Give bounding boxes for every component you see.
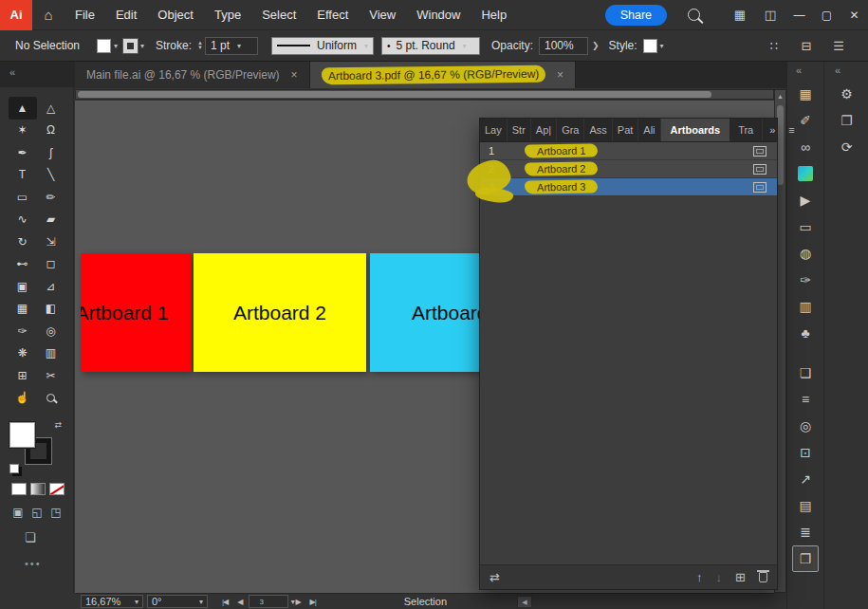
hand-tool[interactable]: ☝ [9, 387, 37, 410]
shape-builder-tool[interactable]: ▣ [9, 275, 37, 298]
screen-mode-icon[interactable]: ❏ [25, 530, 73, 544]
shaper-tool[interactable]: ∿ [9, 209, 37, 231]
arrange-documents-icon[interactable]: ▦ [725, 8, 755, 22]
vertical-scrollbar-thumb[interactable] [777, 105, 784, 185]
zoom-tool[interactable] [37, 387, 65, 410]
next-artboard-button[interactable]: ▶ [290, 598, 305, 606]
minimize-button[interactable]: — [785, 0, 813, 30]
mesh-tool[interactable]: ▦ [9, 298, 37, 321]
tab-close-icon[interactable]: × [291, 68, 298, 82]
panel-menu-icon[interactable]: ≡ [782, 119, 801, 141]
delete-artboard-icon[interactable] [759, 572, 767, 582]
tab-close-icon[interactable]: × [557, 68, 563, 82]
share-button[interactable]: Share [605, 5, 667, 26]
rotate-tool[interactable]: ↻ [9, 231, 37, 253]
panel-tab-transform[interactable]: Tra [729, 119, 763, 141]
scale-tool[interactable]: ⇲ [37, 231, 65, 253]
app-logo-icon[interactable]: Ai [0, 0, 32, 30]
pathfinder-panel-icon[interactable]: ◍ [787, 240, 823, 267]
graphic-styles-panel-icon[interactable]: ▥ [787, 293, 823, 320]
panel-overflow-icon[interactable]: » [763, 119, 782, 141]
draw-behind-icon[interactable]: ◱ [28, 506, 46, 519]
horizontal-scrollbar-thumb[interactable] [78, 91, 711, 98]
opacity-expand-chevron[interactable]: ❯ [592, 41, 600, 50]
dock-collapse-chevron[interactable]: « [796, 65, 802, 76]
type-tool[interactable]: T [9, 164, 37, 187]
dock-collapse-chevron[interactable]: « [835, 65, 840, 76]
eraser-tool[interactable]: ▰ [37, 209, 65, 231]
opacity-dropdown[interactable]: 100% [539, 37, 588, 55]
stroke-dropdown-caret[interactable]: ▾ [140, 42, 144, 50]
menu-view[interactable]: View [359, 8, 406, 22]
panel-tab-ali[interactable]: Ali [638, 119, 660, 141]
slice-tool[interactable]: ✂ [37, 364, 65, 387]
home-icon[interactable]: ⌂ [32, 7, 65, 23]
paintbrush-tool[interactable]: ✏ [37, 186, 65, 209]
artboard-page-icon[interactable] [753, 164, 766, 175]
none-button[interactable] [49, 483, 65, 495]
maximize-button[interactable]: ▢ [813, 0, 840, 30]
menu-select[interactable]: Select [251, 8, 306, 22]
gradient-tool[interactable]: ◧ [37, 298, 65, 321]
artboard-tool[interactable]: ⊞ [9, 364, 37, 387]
color-theme-icon[interactable] [787, 160, 823, 187]
artboard-row-2[interactable]: 2Artboard 2 [480, 160, 777, 178]
blend-tool[interactable]: ◎ [37, 320, 65, 342]
artboard-page-icon[interactable] [753, 146, 766, 157]
export-panel-icon[interactable]: ↗ [787, 466, 823, 492]
panel-tab-pat[interactable]: Pat [613, 119, 639, 141]
draw-normal-icon[interactable]: ▣ [9, 506, 27, 519]
first-artboard-button[interactable]: |◀ [217, 598, 232, 606]
actions-panel-icon[interactable]: ▶ [787, 187, 823, 213]
panel-tab-lay[interactable]: Lay [480, 119, 508, 141]
width-profile-dropdown[interactable]: Uniform ▾ [271, 37, 374, 55]
menu-object[interactable]: Object [147, 8, 204, 22]
search-icon[interactable] [688, 9, 700, 21]
stroke-color-swatch[interactable] [123, 39, 138, 53]
selection-tool[interactable]: ▲ [9, 97, 37, 120]
layers-panel-icon[interactable]: ❏ [787, 360, 823, 386]
document-tab-main-file[interactable]: Main file.ai @ 16,67 % (RGB/Preview) × [75, 62, 310, 88]
curvature-tool[interactable]: ʃ [37, 141, 65, 164]
lasso-tool[interactable]: Ω [37, 120, 65, 142]
artboard-1[interactable]: Artboard 1 [81, 253, 192, 372]
pen-tool[interactable]: ✒ [9, 141, 37, 164]
scroll-up-arrow-icon[interactable]: ▲ [775, 90, 785, 100]
toolbar-collapse-chevron[interactable]: « [0, 62, 75, 88]
zoom-level-dropdown[interactable]: 16,67% ▾ [81, 595, 143, 608]
attributes-panel-icon[interactable]: ◎ [787, 413, 823, 439]
draw-inside-icon[interactable]: ◳ [47, 506, 65, 519]
line-segment-tool[interactable]: ╲ [37, 164, 65, 187]
panel-tab-str[interactable]: Str [508, 119, 531, 141]
default-fill-stroke-icon[interactable] [9, 464, 19, 473]
menu-edit[interactable]: Edit [105, 8, 147, 22]
control-menu-icon[interactable]: ☰ [822, 39, 855, 53]
gradient-button[interactable] [30, 483, 46, 495]
new-artboard-icon[interactable]: ⊞ [735, 570, 746, 584]
menu-type[interactable]: Type [204, 8, 251, 22]
close-button[interactable]: ✕ [840, 0, 868, 30]
document-tab-artboard3[interactable]: Artboard 3.pdf @ 16,67 % (RGB/Preview) × [310, 62, 576, 88]
panel-tab-ass[interactable]: Ass [584, 119, 612, 141]
perspective-grid-tool[interactable]: ⊿ [37, 275, 65, 298]
rectangle-tool[interactable]: ▭ [9, 186, 37, 209]
symbol-sprayer-tool[interactable]: ❋ [9, 342, 37, 365]
paragraph-panel-icon[interactable]: ≣ [787, 519, 823, 545]
free-transform-tool[interactable]: ◻ [37, 253, 65, 276]
style-swatch[interactable] [643, 39, 657, 53]
artboard-row-3[interactable]: 3Artboard 3 [480, 178, 777, 196]
horizontal-scrollbar[interactable] [75, 89, 774, 100]
eyedropper-tool[interactable]: ✑ [9, 320, 37, 342]
scroll-left-arrow-icon[interactable]: ◀ [517, 596, 532, 608]
menu-effect[interactable]: Effect [306, 8, 359, 22]
color-panel-icon[interactable]: ▦ [787, 81, 823, 107]
rearrange-artboards-icon[interactable]: ⇄ [489, 570, 500, 584]
stroke-weight-stepper[interactable]: ▲▼ [197, 41, 203, 50]
menu-window[interactable]: Window [406, 8, 471, 22]
style-dropdown-caret[interactable]: ▾ [660, 42, 664, 50]
appearance-panel-icon[interactable]: ▭ [787, 213, 823, 240]
swatches-panel-icon[interactable]: ▤ [787, 492, 823, 519]
edit-toolbar-dots-icon[interactable]: ••• [25, 558, 73, 569]
move-artboard-up-icon[interactable]: ↑ [696, 570, 703, 584]
swap-fill-stroke-icon[interactable]: ⇄ [54, 420, 62, 430]
